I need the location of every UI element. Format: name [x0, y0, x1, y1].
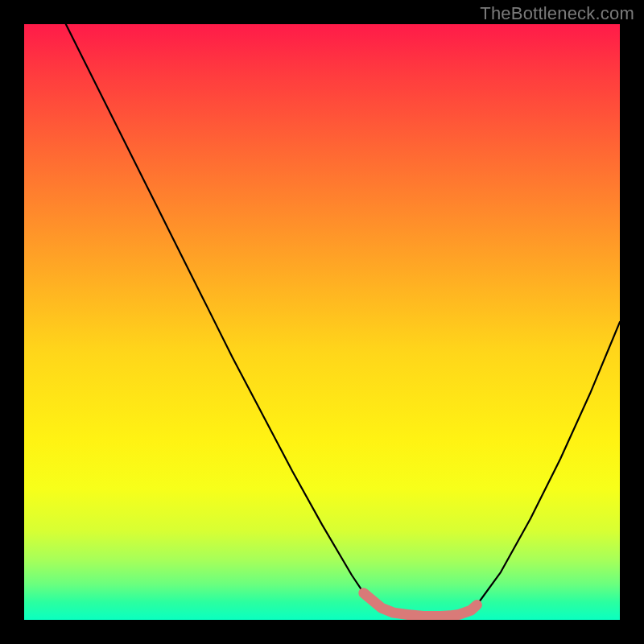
chart-frame: TheBottleneck.com	[0, 0, 644, 644]
watermark-text: TheBottleneck.com	[480, 3, 634, 24]
bottleneck-curve	[66, 24, 620, 617]
plot-area	[24, 24, 620, 620]
plot-svg	[24, 24, 620, 620]
marker-strip	[364, 593, 477, 617]
